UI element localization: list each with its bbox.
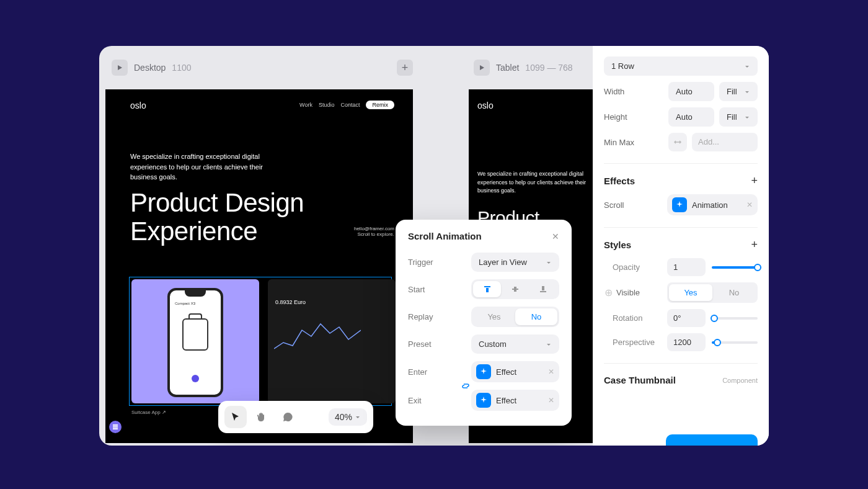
component-section-title: Case Thumbnail [604, 375, 676, 385]
component-tag: Component [722, 377, 758, 384]
site-contact: hello@framer.com Scroll to explore. [354, 226, 394, 237]
play-icon[interactable] [474, 60, 490, 76]
visible-label: Visible [616, 288, 640, 297]
opacity-label: Opacity [613, 262, 640, 272]
align-bottom-button[interactable] [529, 281, 557, 297]
add-style-button[interactable]: + [751, 239, 758, 250]
add-viewport-button[interactable]: + [397, 60, 413, 76]
remove-effect-icon[interactable]: ✕ [548, 367, 554, 376]
align-center-button[interactable] [501, 281, 529, 297]
add-override-icon[interactable]: ⊕ [604, 289, 613, 297]
case-card-2[interactable]: 0.8932 Euro [268, 279, 396, 403]
inspector-panel: 1 Row Width Auto Fill Height Auto Fill M… [593, 46, 769, 446]
start-label: Start [408, 285, 425, 294]
viewport-name: Desktop [134, 63, 166, 73]
sparkle-icon [672, 197, 687, 212]
enter-effect-chip[interactable]: Effect ✕ [471, 361, 559, 382]
nav-link: Contact [340, 102, 360, 108]
width-label: Width [604, 87, 624, 96]
width-mode-select[interactable]: Fill [719, 82, 758, 101]
svg-rect-2 [113, 428, 118, 429]
align-top-button[interactable] [473, 281, 501, 297]
visible-yes-button[interactable]: Yes [669, 284, 712, 301]
component-preview[interactable] [666, 434, 758, 446]
width-value-input[interactable]: Auto [668, 82, 714, 101]
design-canvas: Desktop 1100 + Tablet 1099 — 768 oslo Wo… [99, 46, 769, 446]
height-label: Height [604, 112, 627, 122]
start-alignment-segment [471, 279, 559, 299]
svg-rect-4 [486, 288, 489, 292]
select-tool[interactable] [224, 406, 247, 428]
svg-rect-3 [484, 286, 490, 287]
perspective-input[interactable]: 1200 [667, 333, 706, 351]
preset-label: Preset [408, 339, 432, 349]
chevron-down-icon [744, 114, 750, 120]
minmax-label: Min Max [604, 138, 634, 147]
nav-link-remix: Remix [366, 101, 394, 109]
replay-yes-button[interactable]: Yes [473, 308, 515, 325]
case-card-1[interactable]: Compact X3 [131, 279, 259, 403]
play-icon[interactable] [112, 60, 128, 76]
rotation-label: Rotation [613, 313, 642, 323]
phone-mockup: Compact X3 [167, 288, 223, 397]
layers-icon[interactable] [109, 421, 122, 433]
opacity-input[interactable]: 1 [667, 258, 706, 276]
dashboard-price: 0.8932 Euro [275, 299, 306, 305]
viewport-name: Tablet [496, 63, 519, 73]
svg-rect-6 [514, 287, 516, 292]
comment-tool[interactable] [277, 406, 299, 428]
exit-effect-chip[interactable]: Effect ✕ [471, 390, 559, 411]
svg-rect-1 [113, 426, 118, 428]
height-value-input[interactable]: Auto [668, 107, 714, 127]
close-icon[interactable]: ✕ [552, 231, 559, 241]
chevron-down-icon [744, 63, 750, 70]
scroll-animation-chip[interactable]: Animation ✕ [667, 194, 758, 215]
svg-rect-7 [540, 291, 546, 292]
sparkle-icon [476, 393, 491, 408]
replay-no-button[interactable]: No [515, 308, 557, 325]
panel-title: Scroll Animation [408, 231, 482, 241]
height-mode-select[interactable]: Fill [719, 107, 758, 127]
minmax-input[interactable]: Add... [692, 133, 758, 151]
svg-rect-8 [542, 286, 544, 290]
viewport-size: 1099 — 768 [525, 63, 572, 73]
zoom-select[interactable]: 40% [329, 408, 367, 426]
nav-link: Studio [319, 102, 335, 108]
visible-no-button[interactable]: No [712, 284, 756, 301]
dark-mode-toggle[interactable] [303, 406, 325, 428]
viewport-header-desktop: Desktop 1100 [112, 60, 192, 76]
visible-toggle: Yes No [667, 282, 758, 303]
add-effect-button[interactable]: + [751, 175, 758, 186]
line-chart [274, 312, 361, 361]
site-subhead: We specialize in crafting exceptional di… [477, 170, 589, 195]
enter-label: Enter [408, 367, 427, 377]
exit-label: Exit [408, 396, 422, 405]
nav-link: Work [299, 102, 312, 108]
site-brand: oslo [130, 101, 146, 110]
trigger-select[interactable]: Layer in View [471, 253, 559, 272]
trigger-label: Trigger [408, 258, 433, 267]
chevron-down-icon [744, 89, 750, 95]
effects-section-title: Effects [604, 176, 635, 186]
rows-select[interactable]: 1 Row [604, 56, 758, 76]
opacity-slider[interactable] [712, 266, 758, 269]
chevron-down-icon [546, 341, 552, 348]
perspective-slider[interactable] [712, 341, 758, 344]
remove-effect-icon[interactable]: ✕ [548, 396, 554, 405]
rotation-slider[interactable] [712, 317, 758, 320]
canvas-toolbar: 40% [218, 401, 373, 433]
scroll-animation-panel: Scroll Animation ✕ Trigger Layer in View… [396, 220, 572, 426]
hand-tool[interactable] [250, 406, 273, 428]
sparkle-icon [476, 364, 491, 379]
arrows-horizontal-icon[interactable] [668, 133, 687, 151]
card-caption: Suitcase App ↗ [131, 410, 166, 415]
rotation-input[interactable]: 0° [667, 309, 706, 327]
scroll-effect-label: Scroll [604, 200, 624, 210]
replay-segment: Yes No [471, 307, 559, 327]
site-brand: oslo [477, 101, 494, 110]
viewport-header-tablet: Tablet 1099 — 768 [474, 60, 573, 76]
preset-select[interactable]: Custom [471, 334, 559, 354]
canvas-frame-desktop[interactable]: oslo Work Studio Contact Remix We specia… [105, 89, 413, 443]
site-nav: Work Studio Contact Remix [299, 101, 394, 109]
remove-effect-icon[interactable]: ✕ [746, 200, 753, 209]
